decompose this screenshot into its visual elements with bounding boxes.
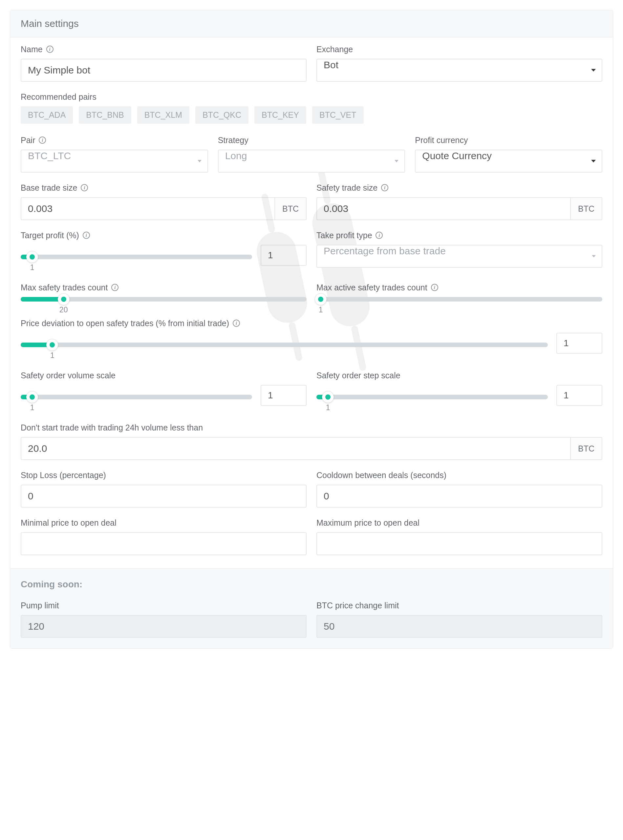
strategy-select[interactable]: Long xyxy=(218,150,405,173)
pair-chip[interactable]: BTC_ADA xyxy=(21,106,73,124)
pair-chip[interactable]: BTC_KEY xyxy=(255,106,306,124)
name-label: Name xyxy=(21,44,307,54)
btc-price-change-limit-input xyxy=(316,615,602,638)
safety-order-volume-scale-label: Safety order volume scale xyxy=(21,371,307,380)
name-input[interactable] xyxy=(21,59,307,82)
coming-soon-section: Coming soon: Pump limit BTC price change… xyxy=(10,568,613,648)
minimal-price-input[interactable] xyxy=(21,532,307,555)
cooldown-input[interactable] xyxy=(316,484,602,507)
info-icon[interactable] xyxy=(81,184,88,191)
maximum-price-input[interactable] xyxy=(316,532,602,555)
target-profit-label: Target profit (%) xyxy=(21,231,307,240)
main-settings-panel: Main settings Name Exchange xyxy=(10,10,613,649)
info-icon[interactable] xyxy=(111,284,118,291)
pump-limit-label: Pump limit xyxy=(21,601,307,610)
target-profit-input[interactable] xyxy=(261,245,307,266)
unit-label: BTC xyxy=(570,197,602,220)
unit-label: BTC xyxy=(570,437,602,460)
safety-order-step-scale-input[interactable] xyxy=(556,385,602,406)
info-icon[interactable] xyxy=(376,231,383,239)
take-profit-type-select[interactable]: Percentage from base trade xyxy=(316,245,602,268)
info-icon[interactable] xyxy=(39,136,46,144)
max-safety-trades-slider[interactable]: 20 xyxy=(21,297,307,302)
max-active-safety-trades-slider[interactable]: 1 xyxy=(316,297,602,302)
pair-chip[interactable]: BTC_QKC xyxy=(195,106,249,124)
recommended-pairs-label: Recommended pairs xyxy=(21,92,602,102)
target-profit-slider[interactable]: 1 xyxy=(21,254,252,259)
profit-currency-select[interactable]: Quote Currency xyxy=(415,150,602,173)
min-volume-label: Don't start trade with trading 24h volum… xyxy=(21,423,602,432)
strategy-label: Strategy xyxy=(218,135,405,145)
stop-loss-label: Stop Loss (percentage) xyxy=(21,471,307,480)
safety-order-volume-scale-input[interactable] xyxy=(261,385,307,406)
profit-currency-label: Profit currency xyxy=(415,135,602,145)
exchange-label: Exchange xyxy=(316,44,602,54)
min-volume-input[interactable] xyxy=(21,437,570,460)
pair-chip[interactable]: BTC_BNB xyxy=(79,106,131,124)
panel-title: Main settings xyxy=(10,10,613,37)
info-icon[interactable] xyxy=(46,46,54,53)
safety-trade-size-label: Safety trade size xyxy=(316,183,602,193)
info-icon[interactable] xyxy=(233,320,240,327)
coming-soon-title: Coming soon: xyxy=(21,579,602,590)
unit-label: BTC xyxy=(275,197,307,220)
pair-chip[interactable]: BTC_XLM xyxy=(137,106,189,124)
pair-label: Pair xyxy=(21,135,208,145)
take-profit-type-label: Take profit type xyxy=(316,231,602,240)
stop-loss-input[interactable] xyxy=(21,484,307,507)
safety-order-step-scale-slider[interactable]: 1 xyxy=(316,395,548,399)
safety-trade-size-input[interactable] xyxy=(316,197,570,220)
pump-limit-input xyxy=(21,615,307,638)
exchange-select[interactable]: Bot xyxy=(316,59,602,82)
safety-order-step-scale-label: Safety order step scale xyxy=(316,371,602,380)
safety-order-volume-scale-slider[interactable]: 1 xyxy=(21,395,252,399)
cooldown-label: Cooldown between deals (seconds) xyxy=(316,471,602,480)
base-trade-size-input[interactable] xyxy=(21,197,275,220)
maximum-price-label: Maximum price to open deal xyxy=(316,518,602,527)
price-deviation-input[interactable] xyxy=(556,333,602,354)
pair-chip[interactable]: BTC_VET xyxy=(312,106,364,124)
info-icon[interactable] xyxy=(381,184,388,191)
price-deviation-slider[interactable]: 1 xyxy=(21,343,548,347)
pair-select[interactable]: BTC_LTC xyxy=(21,150,208,173)
btc-price-change-limit-label: BTC price change limit xyxy=(316,601,602,610)
minimal-price-label: Minimal price to open deal xyxy=(21,518,307,527)
info-icon[interactable] xyxy=(431,284,438,291)
base-trade-size-label: Base trade size xyxy=(21,183,307,193)
price-deviation-label: Price deviation to open safety trades (%… xyxy=(21,319,602,328)
info-icon[interactable] xyxy=(83,231,90,239)
max-active-safety-trades-label: Max active safety trades count xyxy=(316,283,602,292)
max-safety-trades-label: Max safety trades count xyxy=(21,283,307,292)
recommended-pairs: BTC_ADA BTC_BNB BTC_XLM BTC_QKC BTC_KEY … xyxy=(21,106,602,124)
